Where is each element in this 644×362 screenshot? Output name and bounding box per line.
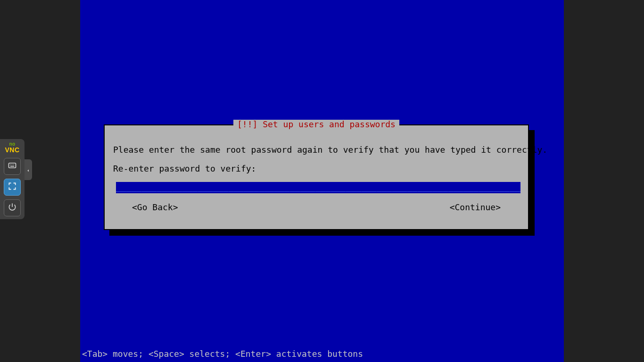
keyboard-button[interactable] [4,158,21,175]
vnc-logo-bottom: VNC [5,147,19,153]
dialog-title-wrap: [!!] Set up users and passwords [105,120,528,130]
console-screen: [!!] Set up users and passwords Please e… [80,0,564,362]
help-line: <Tab> moves; <Space> selects; <Enter> ac… [80,349,363,359]
fullscreen-icon [8,181,17,193]
vnc-logo: no VNC [5,142,19,153]
password-dialog: [!!] Set up users and passwords Please e… [104,124,529,230]
power-icon [8,202,17,214]
keyboard-icon [8,161,17,172]
go-back-button[interactable]: <Go Back> [132,203,178,213]
dialog-instruction: Please enter the same root password agai… [113,145,520,155]
fullscreen-button[interactable] [4,179,21,196]
vnc-toolbar: no VNC [0,139,25,219]
dialog-title: [!!] Set up users and passwords [233,120,399,130]
dialog-button-row: <Go Back> <Continue> [132,203,501,213]
chevron-left-icon [26,165,31,175]
svg-rect-0 [9,163,16,168]
password-verify-input[interactable]: ________________________________________… [116,182,520,193]
dialog-prompt: Re-enter password to verify: [113,164,256,174]
toolbar-collapse-tab[interactable] [25,159,32,180]
power-button[interactable] [4,199,21,216]
continue-button[interactable]: <Continue> [450,203,501,213]
